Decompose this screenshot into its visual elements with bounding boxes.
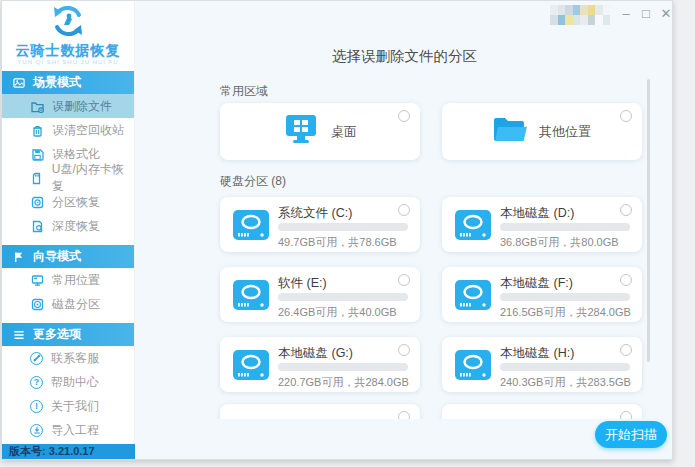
common-area-label: 常用区域: [220, 83, 268, 100]
partition-card-h[interactable]: 本地磁盘 (H:) 240.3GB可用，共283.5GB: [442, 337, 642, 392]
section-label: 场景模式: [33, 74, 81, 91]
recycle-bin-icon: [30, 123, 44, 137]
hard-disk-icon: [455, 280, 491, 314]
section-header-wizard-mode: 向导模式: [2, 245, 134, 268]
monitor-icon: [30, 273, 44, 287]
sidebar-item-label: 磁盘分区: [52, 296, 100, 313]
partition-name: 本地磁盘 (D:): [500, 205, 574, 222]
common-card-label: 桌面: [331, 123, 357, 141]
desktop-icon: [283, 115, 319, 149]
partition-card-e[interactable]: 软件 (E:) 26.4GB可用，共40.0GB: [220, 267, 420, 322]
usage-bar: [500, 223, 630, 231]
section-label: 向导模式: [33, 248, 81, 265]
logo-block: 云骑士数据恢复 YUN QI SHI SHU JU HUI FU: [2, 1, 134, 71]
sidebar-item-label: 关于我们: [51, 398, 99, 415]
partition-info: 220.7GB可用，共284.0GB: [278, 375, 409, 390]
partition-info: 216.5GB可用，共284.0GB: [500, 305, 631, 320]
folder-icon: [493, 116, 527, 147]
usb-memory-card-icon: [30, 171, 44, 185]
usage-bar: [278, 223, 408, 231]
partition-card-partial[interactable]: [442, 404, 642, 419]
radio-partition-e[interactable]: [398, 274, 410, 286]
app-window: 云骑士数据恢复 YUN QI SHI SHU JU HUI FU 场景模式 误删…: [1, 0, 673, 460]
partition-card-d[interactable]: 本地磁盘 (D:) 36.8GB可用，共80.0GB: [442, 197, 642, 252]
partition-info: 26.4GB可用，共40.0GB: [278, 305, 397, 320]
sidebar-item-deep-recovery[interactable]: 深度恢复: [2, 214, 134, 238]
radio-partition-partial[interactable]: [620, 411, 632, 419]
partition-list-area: 常用区域 桌面 其他位置 硬盘分区 (8) 系统文件 (C:) 49.7GB可用…: [135, 1, 647, 419]
contact-support-icon: [30, 352, 43, 365]
partition-name: 系统文件 (C:): [278, 205, 352, 222]
usage-bar: [278, 293, 408, 301]
hard-disk-partitions-label: 硬盘分区 (8): [220, 173, 286, 190]
sidebar-item-label: U盘/内存卡恢复: [52, 161, 134, 195]
section-header-scene-mode: 场景模式: [2, 71, 134, 94]
hard-disk-icon: [233, 350, 269, 384]
sidebar-item-label: 深度恢复: [52, 218, 100, 235]
partition-name: 本地磁盘 (H:): [500, 345, 574, 362]
radio-partition-c[interactable]: [398, 204, 410, 216]
blurred-footer: [16, 459, 120, 460]
hard-disk-icon: [233, 210, 269, 244]
radio-other-location[interactable]: [620, 110, 632, 122]
partition-card-g[interactable]: 本地磁盘 (G:) 220.7GB可用，共284.0GB: [220, 337, 420, 392]
sidebar-item-misdeleted-files[interactable]: 误删除文件: [2, 94, 134, 118]
hard-disk-icon: [455, 210, 491, 244]
sidebar-item-emptied-recycle-bin[interactable]: 误清空回收站: [2, 118, 134, 142]
sidebar-item-label: 导入工程: [51, 422, 99, 439]
start-scan-button[interactable]: 开始扫描: [595, 421, 667, 448]
common-card-desktop[interactable]: 桌面: [220, 103, 420, 160]
sidebar-item-help-center[interactable]: ? 帮助中心: [2, 370, 134, 394]
partition-info: 36.8GB可用，共80.0GB: [500, 235, 619, 250]
sidebar-item-disk-partitions[interactable]: 磁盘分区: [2, 292, 134, 316]
usage-bar: [278, 363, 408, 371]
format-icon: [30, 147, 44, 161]
radio-desktop[interactable]: [398, 110, 410, 122]
deleted-file-icon: [30, 99, 44, 113]
about-icon: !: [30, 400, 43, 413]
usage-bar: [500, 363, 630, 371]
version-bar: 版本号: 3.21.0.17: [2, 444, 135, 459]
radio-partition-d[interactable]: [620, 204, 632, 216]
sidebar-item-label: 常用位置: [52, 272, 100, 289]
disk-partition-icon: [30, 297, 44, 311]
partition-card-c[interactable]: 系统文件 (C:) 49.7GB可用，共78.6GB: [220, 197, 420, 252]
help-icon: ?: [30, 376, 43, 389]
sidebar-item-usb-memory-card-recovery[interactable]: U盘/内存卡恢复: [2, 166, 134, 190]
sidebar-item-label: 误清空回收站: [52, 122, 124, 139]
partition-card-f[interactable]: 本地磁盘 (F:) 216.5GB可用，共284.0GB: [442, 267, 642, 322]
partition-card-partial[interactable]: [220, 404, 420, 419]
app-logo-icon: [50, 3, 86, 43]
common-card-other-location[interactable]: 其他位置: [442, 103, 642, 160]
import-project-icon: [30, 424, 43, 437]
close-button[interactable]: ✕: [657, 5, 673, 23]
section-header-more-options: 更多选项: [2, 323, 134, 346]
sidebar-item-common-locations[interactable]: 常用位置: [2, 268, 134, 292]
section-label: 更多选项: [33, 326, 81, 343]
app-title: 云骑士数据恢复: [2, 43, 134, 57]
radio-partition-f[interactable]: [620, 274, 632, 286]
sidebar-item-import-project[interactable]: 导入工程: [2, 418, 134, 442]
sidebar-item-contact-support[interactable]: 联系客服: [2, 346, 134, 370]
radio-partition-partial[interactable]: [398, 411, 410, 419]
sidebar: 云骑士数据恢复 YUN QI SHI SHU JU HUI FU 场景模式 误删…: [2, 1, 135, 459]
sidebar-item-label: 分区恢复: [52, 194, 100, 211]
partition-name: 本地磁盘 (G:): [278, 345, 353, 362]
sidebar-item-label: 误格式化: [52, 146, 100, 163]
radio-partition-g[interactable]: [398, 344, 410, 356]
radio-partition-h[interactable]: [620, 344, 632, 356]
partition-info: 49.7GB可用，共78.6GB: [278, 235, 397, 250]
scene-mode-icon: [12, 76, 26, 90]
sidebar-item-label: 误删除文件: [52, 98, 112, 115]
hard-disk-icon: [455, 350, 491, 384]
more-options-icon: [12, 328, 26, 342]
wizard-mode-icon: [12, 250, 26, 264]
sidebar-item-label: 帮助中心: [51, 374, 99, 391]
sidebar-item-label: 联系客服: [51, 350, 99, 367]
scrollbar[interactable]: [647, 79, 650, 362]
partition-recovery-icon: [30, 195, 44, 209]
sidebar-item-about-us[interactable]: ! 关于我们: [2, 394, 134, 418]
common-card-label: 其他位置: [539, 123, 591, 141]
partition-info: 240.3GB可用，共283.5GB: [500, 375, 631, 390]
deep-recovery-icon: [30, 219, 44, 233]
